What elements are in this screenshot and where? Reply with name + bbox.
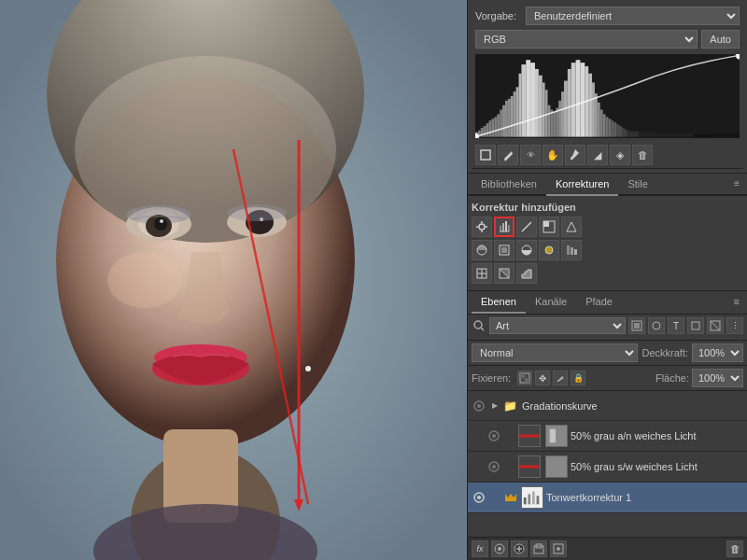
svg-rect-78 [657, 133, 694, 137]
layer-type-filter[interactable]: Art [489, 317, 626, 334]
korr-exposure-icon[interactable] [539, 217, 559, 237]
korr-icons-row3 [472, 263, 743, 284]
svg-rect-70 [613, 122, 616, 137]
flache-label: Fläche: [655, 372, 689, 384]
svg-rect-34 [500, 110, 502, 137]
svg-point-113 [653, 322, 660, 329]
layer-filter-smartobj[interactable] [707, 317, 724, 334]
korr-brightness-icon[interactable] [472, 217, 492, 237]
korr-posterize-icon[interactable] [516, 263, 537, 284]
add-mask-button[interactable] [491, 540, 508, 557]
top-tabs-menu[interactable]: ≡ [730, 174, 743, 194]
fix-lock-icon[interactable]: 🔒 [571, 371, 585, 385]
flache-dropdown[interactable]: 100% [692, 369, 743, 387]
layer-vis-tonwert[interactable] [472, 490, 486, 505]
tab-korrekturen[interactable]: Korrekturen [546, 174, 618, 196]
svg-rect-125 [550, 429, 556, 443]
korr-colllookup-icon[interactable] [472, 263, 492, 284]
curves-hand-icon[interactable]: ✋ [543, 145, 563, 165]
delete-layer-button[interactable]: 🗑 [726, 540, 743, 557]
svg-rect-73 [622, 128, 625, 137]
layer-vis-gradationskurve[interactable] [472, 399, 486, 413]
layer-filter-pixel[interactable] [628, 317, 645, 334]
new-layer-button[interactable] [550, 540, 567, 557]
ebenen-tabs-menu[interactable]: ≡ [730, 291, 743, 314]
svg-rect-91 [508, 225, 510, 231]
top-tab-bar: Bibliotheken Korrekturen Stile ≡ [468, 174, 747, 196]
korr-photofilter-icon[interactable] [539, 240, 559, 260]
svg-rect-79 [694, 134, 740, 137]
fix-label: Fixieren: [472, 372, 511, 384]
new-adjustment-button[interactable] [511, 540, 528, 557]
korr-curves-icon[interactable] [516, 217, 537, 237]
layer-filter-adjustment[interactable] [648, 317, 665, 334]
korr-vibrance-icon[interactable] [561, 217, 582, 237]
blend-row: Normal Deckkraft: 100% [468, 341, 747, 366]
svg-line-110 [481, 328, 484, 330]
curves-select-icon[interactable] [475, 145, 496, 165]
layer-vis-50grau-an[interactable] [486, 428, 501, 443]
blend-mode-dropdown[interactable]: Normal [472, 343, 638, 362]
fix-brush-icon[interactable] [553, 371, 568, 385]
tab-kanaele[interactable]: Kanäle [526, 291, 576, 314]
korr-hsl-icon[interactable] [472, 240, 492, 260]
layer-filter-more[interactable]: ⋮ [726, 317, 743, 334]
svg-rect-46 [539, 76, 543, 137]
curves-panel: Vorgabe: Benutzerdefiniert RGB Auto [468, 0, 747, 174]
layer-item-tonwert[interactable]: Tonwertkorrektur 1 [468, 483, 747, 513]
histogram-container [475, 54, 740, 138]
tab-ebenen[interactable]: Ebenen [472, 291, 526, 314]
layer-vis-50grau-sw[interactable] [486, 459, 501, 474]
svg-rect-39 [514, 91, 516, 136]
auto-button[interactable]: Auto [701, 30, 740, 49]
svg-rect-38 [511, 96, 514, 137]
layer-item-gradationskurve[interactable]: ▶ 📁 Gradationskurve [468, 391, 747, 421]
korr-bw-icon[interactable] [516, 240, 537, 260]
fx-button[interactable]: fx [472, 540, 488, 557]
layer-filter-text[interactable]: T [668, 317, 684, 334]
channel-dropdown[interactable]: RGB [475, 30, 698, 49]
layer-thumb-50grau-sw [518, 455, 541, 478]
tab-bibliotheken[interactable]: Bibliotheken [472, 174, 546, 196]
curves-toolbar: 👁 ✋ ◢ ◈ 🗑 [472, 142, 743, 169]
layer-expand-gradationskurve[interactable]: ▶ [489, 400, 500, 412]
korr-icons-row2 [472, 240, 743, 260]
svg-rect-64 [598, 103, 600, 137]
layer-name-50grau-sw: 50% grau s/w weiches Licht [571, 461, 743, 472]
curves-white-point-icon[interactable]: ◈ [610, 145, 630, 165]
korr-colorbalance-icon[interactable] [494, 240, 514, 260]
layer-item-50grau-an[interactable]: 50% grau a/n weiches Licht [468, 421, 747, 452]
svg-rect-32 [494, 117, 497, 136]
svg-rect-102 [567, 245, 570, 255]
preset-label: Vorgabe: [475, 10, 522, 21]
korr-channelmixer-icon[interactable] [561, 240, 582, 260]
korr-invert-icon[interactable] [494, 263, 514, 284]
histogram-svg [475, 54, 740, 138]
svg-rect-63 [595, 93, 598, 137]
curves-eye-icon[interactable]: 👁 [520, 145, 541, 165]
curves-trash-icon[interactable]: 🗑 [632, 145, 653, 165]
korrekturen-section: Korrektur hinzufügen [468, 196, 747, 291]
tab-pfade[interactable]: Pfade [576, 291, 622, 314]
svg-rect-65 [600, 110, 603, 137]
fix-row: Fixieren: ✥ 🔒 Fläche: 100% [468, 366, 747, 391]
portrait-background [0, 0, 467, 560]
svg-rect-62 [592, 82, 595, 136]
korr-levels-icon[interactable] [494, 217, 514, 237]
opacity-dropdown[interactable]: 100% [692, 343, 743, 362]
search-icon [472, 318, 486, 333]
curves-eyedrop-icon[interactable] [565, 145, 585, 165]
layer-filter-shape[interactable] [687, 317, 704, 334]
svg-rect-31 [491, 119, 494, 136]
curves-black-point-icon[interactable]: ◢ [587, 145, 608, 165]
tab-stile[interactable]: Stile [618, 174, 656, 196]
fix-transparent-icon[interactable] [517, 371, 532, 385]
svg-rect-89 [502, 223, 504, 231]
new-group-button[interactable] [530, 540, 547, 557]
layer-item-50grau-sw[interactable]: 50% grau s/w weiches Licht [468, 452, 747, 483]
fix-move-icon[interactable]: ✥ [535, 371, 550, 385]
svg-rect-35 [502, 105, 505, 137]
curves-pen-icon[interactable] [498, 145, 518, 165]
preset-dropdown[interactable]: Benutzerdefiniert [526, 7, 740, 25]
ebenen-tab-bar: Ebenen Kanäle Pfade ≡ [468, 291, 747, 315]
